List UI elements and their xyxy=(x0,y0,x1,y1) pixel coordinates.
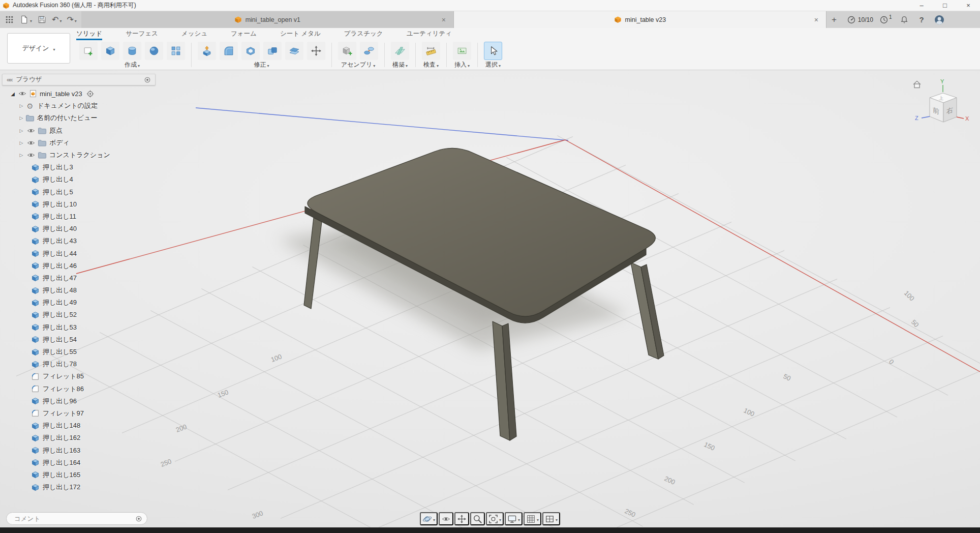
display-settings-button[interactable] xyxy=(505,512,523,525)
ribbon-group-label[interactable]: 検査 xyxy=(423,61,439,69)
browser-feature-row[interactable]: 押し出し5 xyxy=(2,186,156,198)
browser-feature-row[interactable]: 押し出し165 xyxy=(2,469,156,481)
browser-folder-row[interactable]: ボディ xyxy=(2,137,156,149)
fit-button[interactable] xyxy=(486,512,504,525)
move-button[interactable] xyxy=(307,42,325,60)
measure-button[interactable] xyxy=(422,42,440,60)
expand-arrow-icon[interactable] xyxy=(17,128,25,133)
undo-button[interactable] xyxy=(50,13,64,26)
ribbon-tab-2[interactable]: サーフェス xyxy=(126,28,158,40)
ribbon-group-label[interactable]: 修正 xyxy=(254,61,269,69)
browser-feature-row[interactable]: 押し出し44 xyxy=(2,247,156,259)
browser-folder-row[interactable]: 名前の付いたビュー xyxy=(2,112,156,124)
workspace-switcher[interactable]: デザイン xyxy=(7,33,70,64)
chevron-down-icon[interactable] xyxy=(498,515,501,523)
select-cursor-button[interactable] xyxy=(484,42,502,60)
file-menu-button[interactable] xyxy=(17,13,34,26)
comment-action-icon[interactable] xyxy=(135,515,142,522)
ribbon-group-label[interactable]: 作成 xyxy=(125,61,140,69)
comment-bar[interactable] xyxy=(6,512,147,525)
expand-arrow-icon[interactable] xyxy=(9,91,17,97)
browser-feature-row[interactable]: 押し出し148 xyxy=(2,420,156,432)
expand-arrow-icon[interactable] xyxy=(17,115,25,121)
activate-component-icon[interactable] xyxy=(86,90,94,98)
combine-button[interactable] xyxy=(263,42,282,60)
minimize-button[interactable]: – xyxy=(910,0,933,11)
job-status-button[interactable]: 10/10 xyxy=(847,15,873,24)
comment-input[interactable] xyxy=(13,515,135,523)
browser-feature-row[interactable]: 押し出し162 xyxy=(2,432,156,444)
ribbon-group-label[interactable]: アセンブリ xyxy=(341,61,375,69)
expand-arrow-icon[interactable] xyxy=(17,153,25,158)
doc-tab[interactable]: mini_table_open v1× xyxy=(81,11,454,28)
primitive-box-button[interactable] xyxy=(101,42,119,60)
browser-feature-row[interactable]: 押し出し48 xyxy=(2,284,156,297)
ribbon-group-label[interactable]: 構築 xyxy=(392,61,408,69)
ribbon-tab-1[interactable]: ソリッド xyxy=(76,28,102,40)
visibility-eye-icon[interactable] xyxy=(27,128,35,134)
joint-button[interactable] xyxy=(360,42,378,60)
browser-feature-row[interactable]: 押し出し4 xyxy=(2,173,156,186)
browser-options-icon[interactable] xyxy=(144,76,151,83)
ribbon-group-label[interactable]: 選択 xyxy=(485,61,501,69)
save-button[interactable] xyxy=(35,13,49,26)
home-icon[interactable] xyxy=(913,81,921,88)
fillet-button[interactable] xyxy=(220,42,238,60)
browser-root-row[interactable]: mini_table v23 xyxy=(2,87,156,100)
chevron-down-icon[interactable] xyxy=(555,515,558,523)
account-button[interactable] xyxy=(932,13,946,26)
ribbon-tab-6[interactable]: プラスチック xyxy=(344,28,383,40)
construction-plane-button[interactable] xyxy=(391,42,409,60)
redo-button[interactable] xyxy=(65,13,78,26)
create-sketch-button[interactable] xyxy=(79,42,98,60)
chevron-down-icon[interactable] xyxy=(517,515,520,523)
ribbon-tab-3[interactable]: メッシュ xyxy=(181,28,207,40)
browser-header[interactable]: «« ブラウザ xyxy=(2,74,156,85)
browser-feature-row[interactable]: フィレット85 xyxy=(2,370,156,382)
expand-arrow-icon[interactable] xyxy=(17,103,25,108)
visibility-eye-icon[interactable] xyxy=(27,140,35,146)
ribbon-group-label[interactable]: 挿入 xyxy=(454,61,470,69)
browser-feature-row[interactable]: 押し出し96 xyxy=(2,395,156,407)
look-at-button[interactable] xyxy=(439,512,453,525)
new-tab-button[interactable]: + xyxy=(826,11,842,28)
help-button[interactable]: ? xyxy=(917,15,926,24)
browser-feature-row[interactable]: 押し出し55 xyxy=(2,346,156,358)
maximize-button[interactable]: □ xyxy=(933,0,957,11)
ribbon-tab-4[interactable]: フォーム xyxy=(231,28,257,40)
browser-feature-row[interactable]: 押し出し40 xyxy=(2,223,156,235)
viewports-button[interactable] xyxy=(542,512,560,525)
doc-tab[interactable]: mini_table v23× xyxy=(454,11,826,28)
visibility-eye-icon[interactable] xyxy=(27,152,35,158)
notifications-button[interactable] xyxy=(898,13,911,26)
browser-feature-row[interactable]: 押し出し163 xyxy=(2,444,156,456)
browser-feature-row[interactable]: 押し出し47 xyxy=(2,272,156,284)
grid-settings-button[interactable] xyxy=(524,512,541,525)
shell-button[interactable] xyxy=(241,42,260,60)
chevron-down-icon[interactable] xyxy=(536,515,539,523)
browser-feature-row[interactable]: 押し出し11 xyxy=(2,211,156,223)
chevron-down-icon[interactable] xyxy=(432,515,435,523)
timeline-strip[interactable] xyxy=(0,527,980,533)
tab-close-icon[interactable]: × xyxy=(812,16,820,24)
app-grid-button[interactable] xyxy=(3,13,16,26)
insert-canvas-button[interactable] xyxy=(453,42,471,60)
orbit-button[interactable] xyxy=(420,512,438,525)
expand-arrow-icon[interactable] xyxy=(17,140,25,145)
ribbon-tab-7[interactable]: ユーティリティ xyxy=(407,28,452,40)
browser-feature-row[interactable]: 押し出し164 xyxy=(2,457,156,469)
offset-button[interactable] xyxy=(285,42,303,60)
browser-feature-row[interactable]: 押し出し78 xyxy=(2,358,156,370)
browser-feature-row[interactable]: フィレット97 xyxy=(2,407,156,420)
browser-feature-row[interactable]: 押し出し46 xyxy=(2,260,156,272)
pattern-button[interactable] xyxy=(167,42,185,60)
browser-folder-row[interactable]: 原点 xyxy=(2,125,156,137)
zoom-button[interactable] xyxy=(470,512,485,525)
tab-close-icon[interactable]: × xyxy=(440,16,448,24)
primitive-sphere-button[interactable] xyxy=(145,42,163,60)
extensions-button[interactable]: 1 xyxy=(879,15,892,24)
close-button[interactable]: × xyxy=(957,0,980,11)
browser-feature-row[interactable]: 押し出し52 xyxy=(2,309,156,321)
browser-feature-row[interactable]: フィレット86 xyxy=(2,383,156,395)
new-component-button[interactable] xyxy=(338,42,356,60)
